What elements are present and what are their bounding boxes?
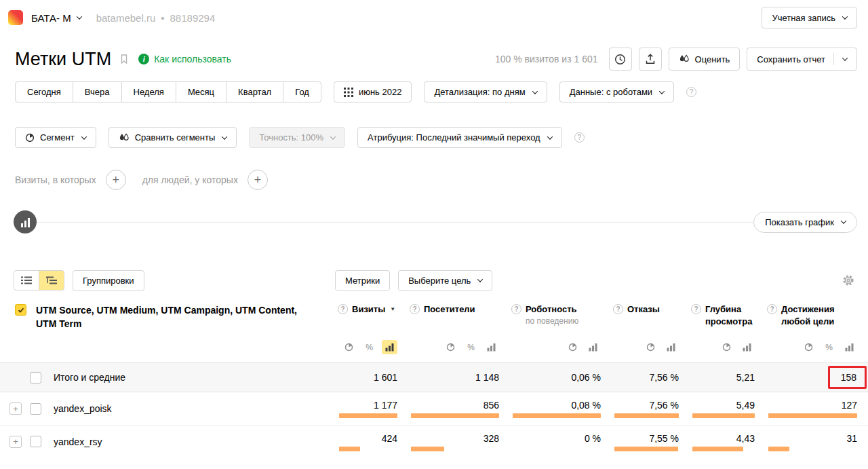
metric-views-robotness (499, 340, 601, 354)
column-title: Глубина (705, 304, 741, 314)
column-subtitle: по поведению (526, 316, 601, 326)
pie-chart-icon[interactable] (801, 340, 816, 354)
column-title: Визиты (352, 304, 385, 314)
counter-name: БАТА- М (31, 12, 71, 24)
dot-separator: • (161, 12, 164, 24)
cell-depth: 4,43 (679, 432, 755, 451)
tab-year[interactable]: Год (283, 81, 321, 102)
cell-value: 4,43 (692, 432, 755, 445)
show-chart-button[interactable]: Показать график (753, 212, 857, 233)
cell-bounces: 7,55 % (601, 432, 679, 451)
tab-month[interactable]: Месяц (176, 81, 226, 102)
pie-chart-icon (25, 133, 35, 143)
segment-button[interactable]: Сегмент (15, 127, 96, 148)
column-header-visitors[interactable]: ? Посетители (397, 299, 499, 314)
percent-icon[interactable]: % (361, 340, 377, 354)
accuracy-button[interactable]: Точность: 100% (249, 127, 345, 148)
data-robots-label: Данные: с роботами (570, 87, 652, 97)
counter-switcher[interactable]: БАТА- М (31, 12, 81, 24)
groupings-button[interactable]: Группировки (73, 270, 144, 291)
pie-chart-icon[interactable] (565, 340, 580, 354)
column-header-depth[interactable]: ? Глубина просмотра (679, 299, 755, 326)
expand-row-button[interactable]: + (9, 402, 22, 415)
column-header-goals[interactable]: ? Достижения любой цели (755, 299, 857, 326)
attribution-button[interactable]: Атрибуция: Последний значимый переход (357, 127, 562, 148)
cell-value: 7,56 % (614, 399, 679, 411)
site-info: batamebel.ru • 88189294 (96, 12, 216, 24)
help-icon[interactable]: ? (574, 132, 585, 143)
table-toolbar: Группировки Метрики Выберите цель (0, 266, 868, 295)
chevron-down-icon (330, 134, 336, 139)
history-button[interactable] (609, 48, 632, 71)
tab-quarter[interactable]: Квартал (226, 81, 283, 102)
bar-chart-icon[interactable] (842, 340, 857, 354)
metrics-button[interactable]: Метрики (335, 270, 390, 291)
cell-value: 7,55 % (614, 432, 679, 445)
flat-view-button[interactable] (14, 270, 39, 290)
rate-button[interactable]: Оценить (669, 48, 741, 71)
column-header-bounces[interactable]: ? Отказы (601, 299, 679, 314)
button-divider (833, 53, 834, 65)
table-row[interactable]: + yandex_rsy 424 328 0 % 7,55 % (0, 425, 868, 457)
date-range-button[interactable]: июнь 2022 (334, 81, 412, 102)
add-visits-condition-button[interactable]: + (106, 170, 126, 190)
cell-goals: 158 (755, 366, 857, 389)
cell-visitors: 1 148 (397, 372, 499, 383)
cell-value: 328 (411, 432, 499, 445)
bar-chart-icon[interactable] (739, 340, 755, 354)
choose-goal-button[interactable]: Выберите цель (398, 270, 492, 291)
value-bar (513, 413, 601, 418)
column-header-robotness[interactable]: ? Роботность по поведению (499, 299, 601, 326)
pie-chart-icon[interactable] (443, 340, 458, 354)
cell-value: 0 % (513, 432, 601, 445)
cell-value: 0,08 % (513, 399, 601, 411)
export-button[interactable] (639, 48, 662, 71)
row-checkbox[interactable] (30, 372, 41, 383)
pie-chart-icon[interactable] (341, 340, 357, 354)
value-bar (692, 413, 755, 418)
help-icon[interactable]: ? (686, 87, 696, 97)
percent-icon[interactable]: % (463, 340, 479, 354)
metric-views-goals: % (755, 340, 857, 354)
tab-yesterday[interactable]: Вчера (73, 81, 122, 102)
tab-today[interactable]: Сегодня (15, 81, 73, 102)
cell-value: 1 177 (339, 399, 397, 411)
bookmark-icon[interactable] (119, 54, 130, 64)
bar-chart-icon[interactable] (382, 340, 397, 354)
compare-segments-button[interactable]: Сравнить сегменты (108, 127, 237, 148)
help-icon: ? (613, 304, 623, 314)
data-robots-button[interactable]: Данные: с роботами (559, 81, 674, 102)
value-bar (339, 413, 397, 418)
tree-view-button[interactable] (39, 270, 64, 290)
date-range-label: июнь 2022 (359, 87, 402, 97)
dimension-header: UTM Source, UTM Medium, UTM Campaign, UT… (0, 299, 326, 331)
column-header-visits[interactable]: ? Визиты ▼ (326, 299, 397, 314)
pie-chart-icon[interactable] (643, 340, 658, 354)
tab-week[interactable]: Неделя (121, 81, 176, 102)
detalization-button[interactable]: Детализация: по дням (424, 81, 547, 102)
add-people-condition-button[interactable]: + (248, 170, 268, 190)
chevron-down-icon (841, 218, 846, 223)
row-checkbox[interactable] (30, 436, 41, 447)
gear-icon[interactable] (842, 274, 854, 286)
bar-chart-icon[interactable] (484, 340, 499, 354)
report-header: Метки UTM i Как использовать 100 % визит… (0, 35, 868, 76)
how-to-use-link[interactable]: i Как использовать (138, 54, 231, 64)
pie-chart-icon[interactable] (719, 340, 734, 354)
column-subtitle: просмотра (705, 316, 755, 326)
table-row[interactable]: + yandex_poisk 1 177 856 0,08 % 7,56 % (0, 392, 868, 425)
expand-row-button[interactable]: + (9, 436, 22, 448)
row-checkbox[interactable] (30, 403, 41, 415)
save-report-button[interactable]: Сохранить отчет (747, 48, 857, 71)
bar-chart-icon[interactable] (585, 340, 601, 354)
bar-chart-icon[interactable] (663, 340, 679, 354)
account-button[interactable]: Учетная запись (762, 7, 857, 29)
select-all-checkbox[interactable] (15, 304, 26, 316)
table-row-totals[interactable]: Итого и средние 1 601 1 148 0,06 % 7,56 … (0, 362, 868, 392)
cell-bounces: 7,56 % (601, 372, 679, 383)
chevron-down-icon (532, 88, 537, 94)
column-title: Роботность (526, 304, 577, 314)
percent-icon[interactable]: % (821, 340, 837, 354)
sort-desc-icon: ▼ (390, 306, 395, 312)
chart-icon[interactable] (14, 210, 37, 233)
